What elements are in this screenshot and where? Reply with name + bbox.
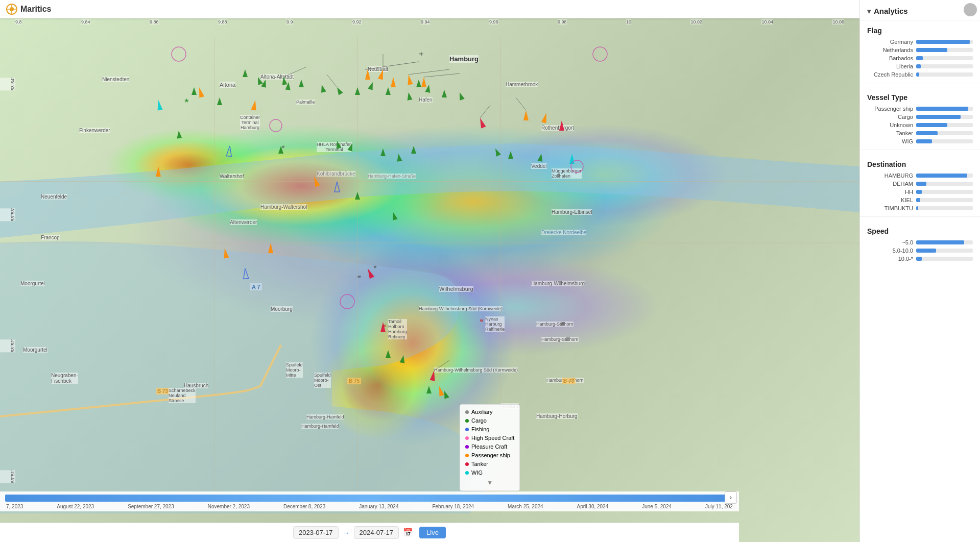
speed-bar-row: 5.0-10.0: [860, 247, 980, 255]
vessel-bar-fill: [916, 139, 932, 143]
vessel-bar-track: [916, 131, 973, 135]
legend-label: High Speed Craft: [471, 435, 514, 441]
logo-icon: [6, 4, 17, 15]
flag-bar-fill: [916, 48, 947, 52]
calendar-icon[interactable]: 📅: [403, 528, 413, 537]
legend-item: WIG: [465, 470, 514, 476]
vessel-bar-row: Tanker: [860, 129, 980, 137]
app: Maritics Hamburg Nienstedten F: [0, 0, 980, 542]
map-background: [0, 18, 859, 542]
pleasure-craft-dot: [465, 445, 469, 449]
legend-label: WIG: [471, 470, 483, 476]
vessel-type-label: Tanker: [867, 130, 913, 136]
vessel-bar-row: Unknown: [860, 121, 980, 129]
map-legend: Auxiliary Cargo Fishing High Speed Craft…: [460, 404, 520, 491]
timeline-label: April 30, 2024: [577, 504, 609, 509]
vessel-bar-fill: [916, 123, 947, 127]
vessel-type-section: Vessel Type Passenger ship Cargo Unknown: [860, 87, 980, 145]
dest-bar-fill: [916, 190, 922, 194]
legend-label: Fishing: [471, 426, 489, 432]
flag-bar-track: [916, 72, 973, 77]
start-date-input[interactable]: 2023-07-17: [293, 526, 339, 539]
live-badge[interactable]: Live: [419, 527, 446, 538]
dest-bar-row: TIMBUKTU: [860, 204, 980, 212]
flag-bar-track: [916, 64, 973, 68]
legend-expand-icon[interactable]: ▼: [465, 479, 514, 486]
analytics-title-text: Analytics: [874, 7, 908, 15]
legend-label: Pleasure Craft: [471, 444, 507, 450]
legend-item: Fishing: [465, 426, 514, 432]
dest-bar-fill: [916, 198, 920, 202]
dest-label: TIMBUKTU: [867, 205, 913, 211]
speed-section-title: Speed: [860, 221, 980, 238]
vessel-bar-row: WIG: [860, 137, 980, 145]
timeline-label: June 5, 2024: [642, 504, 672, 509]
flag-bar-track: [916, 56, 973, 60]
flag-bar-track: [916, 48, 973, 52]
dest-label: DEHAM: [867, 181, 913, 187]
passenger-ship-dot: [465, 454, 469, 457]
legend-item: Passenger ship: [465, 452, 514, 458]
vessel-type-label: WIG: [867, 138, 913, 144]
destination-section-title: Destination: [860, 154, 980, 171]
vessel-bar-track: [916, 115, 973, 119]
timeline-label: August 22, 2023: [57, 504, 94, 509]
flag-bar-row: Liberia: [860, 62, 980, 70]
speed-bar-fill: [916, 249, 936, 253]
timeline-label: July 11, 202: [705, 504, 733, 509]
legend-label: Passenger ship: [471, 452, 510, 458]
flag-bar-fill: [916, 40, 970, 44]
dest-label: HAMBURG: [867, 173, 913, 179]
speed-bar-track: [916, 257, 973, 261]
flag-bar-row: Barbados: [860, 54, 980, 62]
vessel-bar-row: Passenger ship: [860, 105, 980, 113]
vessel-bar-fill: [916, 107, 968, 111]
vessel-type-label: Passenger ship: [867, 106, 913, 112]
legend-item: Cargo: [465, 417, 514, 424]
timeline-labels: 7, 2023 August 22, 2023 September 27, 20…: [5, 504, 734, 509]
vessel-bar-fill: [916, 115, 961, 119]
logo-text: Maritics: [20, 5, 51, 14]
dest-label: KIEL: [867, 197, 913, 203]
collapse-icon[interactable]: ▾: [867, 7, 871, 15]
dest-bar-track: [916, 198, 973, 202]
speed-bar-fill: [916, 240, 964, 244]
flag-bar-row: Netherlands: [860, 46, 980, 54]
timeline-label: March 25, 2024: [508, 504, 543, 509]
flag-section: Flag Germany Netherlands Barbados: [860, 20, 980, 79]
fishing-dot: [465, 428, 469, 431]
analytics-title: ▾ Analytics: [867, 7, 908, 15]
flag-label: Netherlands: [867, 47, 913, 53]
scroll-right-button[interactable]: ›: [725, 491, 737, 504]
speed-bar-track: [916, 240, 973, 244]
timeline-container: 7, 2023 August 22, 2023 September 27, 20…: [0, 491, 739, 511]
timeline-label: November 2, 2023: [208, 504, 250, 509]
speed-section: Speed ~5.0 5.0-10.0 10.0-*: [860, 221, 980, 263]
timeline-track[interactable]: [5, 495, 734, 502]
map-container[interactable]: Maritics Hamburg Nienstedten F: [0, 0, 859, 542]
timeline-label: February 18, 2024: [432, 504, 474, 509]
legend-item: Pleasure Craft: [465, 444, 514, 450]
dest-bar-fill: [916, 206, 918, 210]
vessel-type-label: Unknown: [867, 122, 913, 128]
legend-label: Cargo: [471, 417, 487, 424]
flag-label: Germany: [867, 39, 913, 45]
dest-bar-track: [916, 206, 973, 210]
user-avatar[interactable]: [964, 3, 977, 16]
end-date-input[interactable]: 2024-07-17: [354, 526, 399, 539]
vessel-bar-row: Cargo: [860, 113, 980, 121]
speed-label: 5.0-10.0: [867, 248, 913, 254]
vessel-bar-track: [916, 139, 973, 143]
speed-bar-row: ~5.0: [860, 238, 980, 247]
flag-bar-track: [916, 40, 973, 44]
flag-label: Liberia: [867, 63, 913, 69]
high-speed-craft-dot: [465, 436, 469, 440]
vessel-type-section-title: Vessel Type: [860, 87, 980, 105]
timeline-label: January 13, 2024: [359, 504, 398, 509]
dest-bar-track: [916, 190, 973, 194]
flag-bar-row: Germany: [860, 38, 980, 46]
wig-dot: [465, 471, 469, 475]
legend-label: Auxiliary: [471, 409, 493, 415]
section-divider: [860, 150, 980, 150]
tanker-dot: [465, 462, 469, 466]
